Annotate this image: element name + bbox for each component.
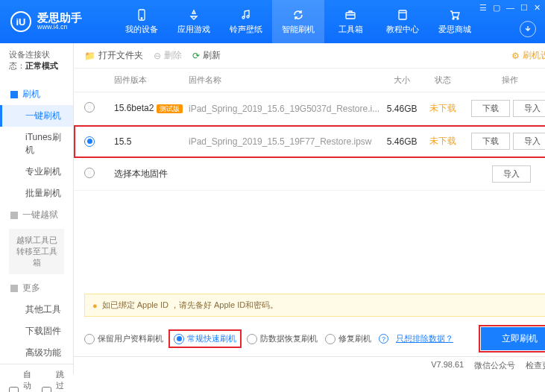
open-folder-button[interactable]: 📁打开文件夹: [84, 49, 143, 62]
window-controls: ☰ ▢ — ☐ ✕: [479, 3, 541, 13]
table-row[interactable]: 选择本地固件 导入: [74, 158, 545, 191]
book-icon: [396, 8, 409, 22]
table-row[interactable]: 15.5 iPad_Spring_2019_15.5_19F77_Restore…: [74, 125, 545, 158]
svg-point-3: [247, 16, 249, 18]
tab-tutorial[interactable]: 教程中心: [377, 0, 429, 43]
table-row[interactable]: 15.6beta2测试版 iPad_Spring_2019_15.6_19G50…: [74, 92, 545, 125]
flash-opt-normal[interactable]: 常规快速刷机: [171, 332, 239, 346]
download-button[interactable]: 下载: [471, 100, 510, 117]
sidebar-item-other[interactable]: 其他工具: [0, 299, 73, 320]
download-button[interactable]: 下载: [471, 133, 510, 150]
gear-icon: ⚙: [511, 51, 520, 61]
version-label: V7.98.61: [431, 360, 464, 371]
warning-icon: ●: [92, 301, 98, 310]
sidebar-header-jailbreak[interactable]: 一键越狱: [0, 204, 73, 226]
tab-flash[interactable]: 智能刷机: [272, 0, 324, 43]
flash-now-button[interactable]: 立即刷机: [481, 327, 545, 350]
sidebar-item-download-fw[interactable]: 下载固件: [0, 320, 73, 342]
minimize-icon[interactable]: —: [506, 3, 514, 13]
svg-point-6: [453, 18, 454, 19]
folder-icon: 📁: [84, 51, 95, 61]
flash-opt-anti-recover[interactable]: 防数据恢复刷机: [247, 333, 318, 344]
sidebar-item-oneclick[interactable]: 一键刷机: [0, 105, 73, 127]
svg-point-1: [141, 18, 142, 19]
content: 📁打开文件夹 ⊖删除 ⟳刷新 ⚙刷机设置 固件版本 固件名称 大小 状态 操作 …: [74, 43, 545, 374]
cart-icon: [448, 8, 461, 22]
radio[interactable]: [84, 102, 95, 113]
sidebar-header-flash[interactable]: 刷机: [0, 83, 73, 105]
tab-ringtones[interactable]: 铃声壁纸: [220, 0, 272, 43]
logo-icon: iU: [10, 11, 31, 32]
radio[interactable]: [84, 168, 95, 178]
wechat-link[interactable]: 微信公众号: [474, 360, 515, 371]
jailbreak-note: 越狱工具已转移至工具箱: [9, 229, 64, 274]
warning-bar: ● 如已绑定 Apple ID ，请先备好 Apple ID和密码。 ✕: [84, 294, 545, 317]
import-button[interactable]: 导入: [513, 100, 545, 117]
import-button[interactable]: 导入: [492, 165, 531, 183]
music-icon: [239, 8, 253, 22]
app-url: www.i4.cn: [37, 24, 82, 31]
phone-icon: [135, 8, 148, 22]
maximize-icon[interactable]: ☐: [520, 3, 528, 13]
tab-shop[interactable]: 爱思商城: [429, 0, 481, 43]
logo: iU 爱思助手 www.i4.cn: [0, 11, 116, 32]
radio[interactable]: [84, 136, 95, 147]
toolbox-icon: [344, 8, 357, 22]
close-icon[interactable]: ✕: [534, 3, 541, 13]
skip-guide-checkbox[interactable]: [42, 387, 51, 393]
beta-badge: 测试版: [157, 104, 183, 113]
sidebar-item-itunes[interactable]: iTunes刷机: [0, 127, 73, 161]
toolbar: 📁打开文件夹 ⊖删除 ⟳刷新 ⚙刷机设置: [74, 43, 545, 69]
download-manager-icon[interactable]: [520, 21, 536, 37]
app-name: 爱思助手: [37, 12, 82, 25]
refresh-icon: [292, 8, 305, 22]
svg-rect-5: [399, 10, 406, 19]
sidebar-item-batch[interactable]: 批量刷机: [0, 183, 73, 204]
titlebar: iU 爱思助手 www.i4.cn 我的设备 应用游戏 铃声壁纸 智能刷机 工具…: [0, 0, 545, 43]
info-icon[interactable]: ?: [379, 334, 388, 344]
apps-icon: [187, 8, 201, 22]
refresh-button[interactable]: ⟳刷新: [192, 49, 221, 62]
statusbar: V7.98.61 微信公众号 检查更新: [74, 356, 545, 374]
sidebar-item-advanced[interactable]: 高级功能: [0, 342, 73, 364]
svg-point-2: [242, 16, 245, 19]
auto-activate-row: 自动激活 跳过向导: [0, 364, 73, 392]
refresh-list-icon: ⟳: [192, 51, 200, 61]
svg-point-7: [457, 18, 459, 19]
svg-rect-4: [346, 13, 355, 19]
sidebar-header-more[interactable]: 更多: [0, 277, 73, 299]
delete-button[interactable]: ⊖删除: [154, 49, 182, 62]
flash-opt-keep-data[interactable]: 保留用户资料刷机: [84, 333, 163, 344]
flash-opt-repair[interactable]: 修复刷机: [325, 333, 371, 344]
auto-activate-checkbox[interactable]: [9, 387, 19, 393]
table-header: 固件版本 固件名称 大小 状态 操作: [74, 69, 545, 92]
tab-apps[interactable]: 应用游戏: [168, 0, 220, 43]
flash-settings-button[interactable]: ⚙刷机设置: [511, 49, 545, 62]
sidebar: 设备连接状态：正常模式 刷机 一键刷机 iTunes刷机 专业刷机 批量刷机 一…: [0, 43, 74, 374]
skin-icon[interactable]: ▢: [493, 3, 500, 13]
check-update-link[interactable]: 检查更新: [526, 360, 545, 371]
sidebar-item-pro[interactable]: 专业刷机: [0, 161, 73, 183]
connection-status: 设备连接状态：正常模式: [0, 43, 73, 78]
delete-icon: ⊖: [154, 51, 161, 61]
tab-my-device[interactable]: 我的设备: [116, 0, 168, 43]
flash-options: 保留用户资料刷机 常规快速刷机 防数据恢复刷机 修复刷机 ? 只想排除数据？ 立…: [74, 321, 545, 356]
menu-icon[interactable]: ☰: [479, 3, 487, 13]
tab-toolbox[interactable]: 工具箱: [324, 0, 377, 43]
exclude-data-link[interactable]: 只想排除数据？: [396, 333, 453, 344]
import-button[interactable]: 导入: [513, 133, 545, 150]
main-tabs: 我的设备 应用游戏 铃声壁纸 智能刷机 工具箱 教程中心 爱思商城: [116, 0, 481, 43]
